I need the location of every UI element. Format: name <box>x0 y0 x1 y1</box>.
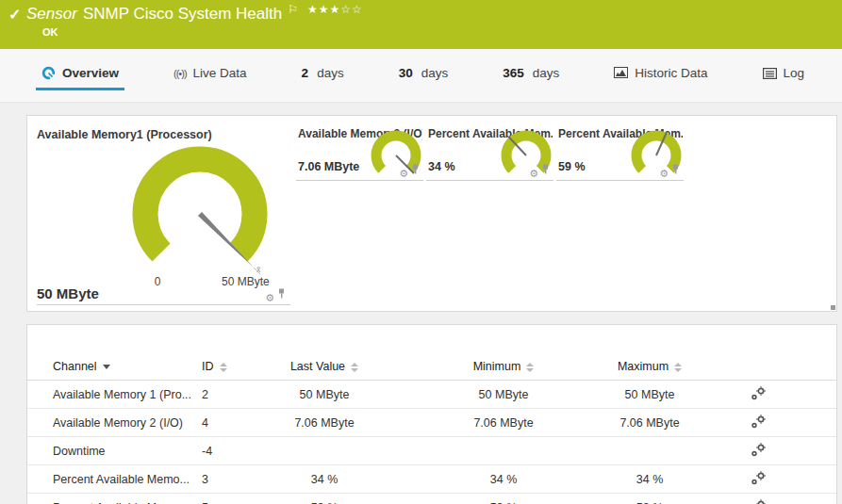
gauge-mean-marker: x̄ <box>256 265 261 274</box>
gauge-percent-available-memory-2[interactable]: Percent Available Mem... 59 % ⚙ <box>556 116 684 181</box>
pin-icon[interactable] <box>671 161 680 178</box>
gauge-scale-min: 0 <box>152 275 163 288</box>
tab-label: Live Data <box>193 66 247 80</box>
column-header-id[interactable]: ID <box>197 353 249 381</box>
tab-label: days <box>533 66 560 80</box>
cell-last-value: 59 % <box>249 494 400 504</box>
sort-icon <box>674 363 682 372</box>
cell-id: 5 <box>197 494 249 504</box>
cell-channel[interactable]: Percent Available Memo... <box>27 494 197 504</box>
gauge-value: 34 % <box>428 160 455 173</box>
channel-settings-icon[interactable] <box>751 415 767 429</box>
gauge-percent-available-memory-1[interactable]: Percent Available Mem... 34 % ⚙ <box>426 116 553 181</box>
sensor-header-bar: ✓ SensorSNMP Cisco System Health⚐★★★☆☆ O… <box>0 0 842 49</box>
cell-last-value <box>249 437 400 465</box>
table-row[interactable]: Downtime -4 <box>27 437 836 465</box>
channel-settings-icon[interactable] <box>751 499 767 504</box>
sensor-type-label: Sensor <box>26 5 77 23</box>
gauge-value: 59 % <box>558 160 586 173</box>
sort-desc-icon <box>103 365 110 369</box>
cell-last-value: 7.06 MByte <box>249 409 400 437</box>
gauge-available-memory2[interactable]: Available Memory2 (I/O) 7.06 MByte ⚙ <box>296 116 423 181</box>
tab-label: days <box>421 66 449 80</box>
cell-maximum: 50 MByte <box>607 381 692 409</box>
gauge-scale-max: 50 MByte <box>222 275 270 288</box>
cell-id: -4 <box>197 437 249 465</box>
cell-id: 3 <box>197 465 249 494</box>
channels-panel: Channel ID Last Value Minimum Maximum Av… <box>26 324 837 504</box>
sort-icon <box>526 363 534 372</box>
cell-last-value: 50 MByte <box>249 381 400 409</box>
tab-2-days[interactable]: 2 days <box>296 66 350 90</box>
gauge-settings-gear-icon[interactable]: ⚙ <box>529 169 538 178</box>
gauge-settings-gear-icon[interactable]: ⚙ <box>399 169 408 178</box>
column-header-minimum[interactable]: Minimum <box>400 353 607 381</box>
channels-table: Channel ID Last Value Minimum Maximum Av… <box>27 353 836 504</box>
column-header-maximum[interactable]: Maximum <box>607 353 692 381</box>
column-header-last-value[interactable]: Last Value <box>249 353 400 381</box>
cell-maximum: 7.06 MByte <box>607 409 692 437</box>
cell-channel[interactable]: Available Memory 2 (I/O) <box>27 409 197 437</box>
cell-minimum: 59 % <box>400 494 607 504</box>
gauges-panel: Available Memory1 (Processor) 0 50 MByte… <box>26 115 837 312</box>
tab-log[interactable]: Log <box>757 66 811 90</box>
table-row[interactable]: Available Memory 1 (Pro... 2 50 MByte 50… <box>27 381 836 409</box>
content-area: Available Memory1 (Processor) 0 50 MByte… <box>0 103 842 504</box>
log-icon <box>763 68 777 79</box>
tab-30-days[interactable]: 30 days <box>393 66 454 90</box>
cell-id: 2 <box>197 381 249 409</box>
sort-icon <box>351 363 358 372</box>
flag-icon[interactable]: ⚐ <box>288 3 298 16</box>
cell-minimum: 50 MByte <box>400 381 607 409</box>
channel-settings-icon[interactable] <box>751 443 767 457</box>
pin-icon[interactable] <box>277 285 286 302</box>
gauge-settings-gear-icon[interactable]: ⚙ <box>659 169 669 178</box>
historic-chart-icon <box>614 67 628 79</box>
sort-icon <box>220 363 227 372</box>
cell-minimum: 7.06 MByte <box>400 409 607 437</box>
page-title: SNMP Cisco System Health <box>83 5 282 23</box>
pin-icon[interactable] <box>541 161 550 178</box>
status-ok-check-icon: ✓ <box>8 6 21 24</box>
cell-last-value: 34 % <box>249 465 400 494</box>
sensor-title-line: SensorSNMP Cisco System Health⚐★★★☆☆ <box>26 5 363 24</box>
tab-number: 30 <box>399 66 413 80</box>
cell-minimum <box>400 437 607 465</box>
cell-channel[interactable]: Percent Available Memo... <box>27 465 197 494</box>
resize-handle[interactable] <box>831 305 835 310</box>
tab-label: days <box>317 66 344 80</box>
gauge-available-memory1[interactable]: Available Memory1 (Processor) 0 50 MByte… <box>37 116 290 305</box>
pin-icon[interactable] <box>411 161 420 178</box>
table-row[interactable]: Percent Available Memo... 5 59 % 59 % 59… <box>27 494 836 504</box>
gauge-icon <box>41 66 56 80</box>
channel-settings-icon[interactable] <box>751 471 767 485</box>
tab-label: Historic Data <box>635 66 707 80</box>
cell-maximum: 59 % <box>607 494 692 504</box>
gauge-title: Available Memory1 (Processor) <box>37 128 212 141</box>
column-header-channel[interactable]: Channel <box>27 353 197 381</box>
cell-channel[interactable]: Downtime <box>27 437 197 465</box>
column-header-settings <box>692 353 836 381</box>
cell-maximum <box>607 437 692 465</box>
cell-minimum: 34 % <box>400 465 607 494</box>
tab-365-days[interactable]: 365 days <box>497 66 565 90</box>
tab-overview[interactable]: Overview <box>36 66 124 90</box>
table-row[interactable]: Available Memory 2 (I/O) 4 7.06 MByte 7.… <box>27 409 836 437</box>
tab-historic-data[interactable]: Historic Data <box>608 66 713 90</box>
gauge-value: 7.06 MByte <box>298 160 359 173</box>
gauge-settings-gear-icon[interactable]: ⚙ <box>265 293 274 302</box>
table-header-row: Channel ID Last Value Minimum Maximum <box>27 353 836 381</box>
tab-number: 2 <box>302 66 309 80</box>
cell-id: 4 <box>197 409 249 437</box>
tab-label: Log <box>784 66 805 80</box>
status-badge: OK <box>42 26 58 38</box>
table-row[interactable]: Percent Available Memo... 3 34 % 34 % 34… <box>27 465 836 494</box>
tab-label: Overview <box>62 66 119 80</box>
tab-live-data[interactable]: ((•)) Live Data <box>168 66 253 90</box>
channel-settings-icon[interactable] <box>751 386 767 400</box>
priority-stars[interactable]: ★★★☆☆ <box>307 3 363 16</box>
cell-channel[interactable]: Available Memory 1 (Pro... <box>27 381 197 409</box>
cell-maximum: 34 % <box>607 465 692 494</box>
tab-bar: Overview ((•)) Live Data 2 days 30 days … <box>0 49 842 103</box>
gauge-value: 50 MByte <box>37 285 99 301</box>
